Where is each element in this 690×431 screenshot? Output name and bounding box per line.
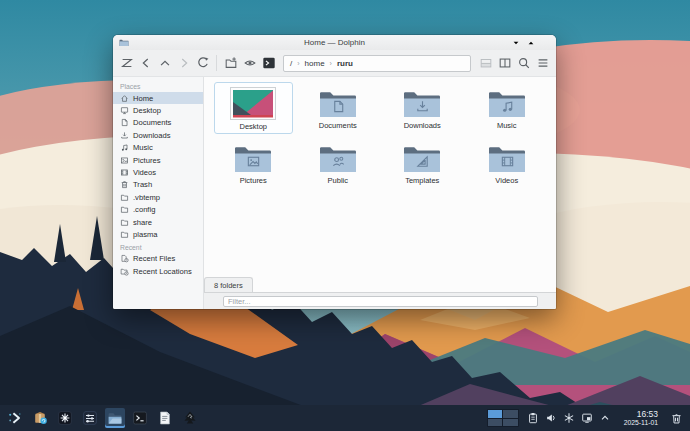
- sidebar-item-downloads[interactable]: Downloads: [113, 129, 203, 141]
- expand-tray-icon[interactable]: [599, 412, 612, 425]
- folder-icon: [120, 218, 129, 227]
- filter-close-icon[interactable]: [542, 297, 551, 306]
- sidebar-item-label: Recent Locations: [133, 267, 192, 276]
- sidebar-item-plasma[interactable]: plasma: [113, 228, 203, 240]
- taskbar-app-inkscape[interactable]: [180, 408, 200, 428]
- inkscape-icon: [182, 410, 198, 426]
- breadcrumb-separator: ›: [297, 60, 299, 67]
- search-button[interactable]: [515, 55, 532, 72]
- breadcrumb-item-ruru[interactable]: ruru: [337, 59, 353, 68]
- open-terminal-button[interactable]: [260, 55, 277, 72]
- pager-desktop-1[interactable]: [488, 410, 503, 418]
- sidebar-item-home[interactable]: Home: [113, 92, 203, 104]
- view-mode-button[interactable]: [496, 55, 513, 72]
- folder-label: Downloads: [404, 121, 441, 130]
- clipboard-tray-icon[interactable]: [527, 412, 540, 425]
- star-tray-icon[interactable]: [563, 412, 576, 425]
- maximize-button[interactable]: [527, 39, 535, 47]
- sidebar-item-videos[interactable]: Videos: [113, 166, 203, 178]
- sidebar-item-desktop[interactable]: Desktop: [113, 104, 203, 116]
- places-panel: PlacesHomeDesktopDocumentsDownloadsMusic…: [113, 77, 204, 309]
- pager-desktop-4[interactable]: [503, 419, 518, 427]
- preview-button[interactable]: [241, 55, 258, 72]
- folder-label: Public: [328, 176, 348, 185]
- pager-desktop-3[interactable]: [488, 419, 503, 427]
- folder-item-templates[interactable]: Templates: [383, 137, 462, 188]
- sidebar-item-music[interactable]: Music: [113, 142, 203, 154]
- up-button[interactable]: [156, 55, 173, 72]
- toolbar-separator: [216, 55, 217, 71]
- refresh-button[interactable]: [194, 55, 211, 72]
- taskbar-app-sparkle-app[interactable]: [55, 408, 75, 428]
- folder-label: Videos: [495, 176, 518, 185]
- volume-tray-icon[interactable]: [545, 412, 558, 425]
- document-folder-icon: [318, 87, 358, 119]
- video-icon: [120, 168, 129, 177]
- view-mode-icon: [498, 56, 512, 70]
- sidebar-item-documents[interactable]: Documents: [113, 117, 203, 129]
- taskbar-app-app-launcher[interactable]: [5, 408, 25, 428]
- clock-time: 16:53: [624, 410, 658, 419]
- digital-clock[interactable]: 16:53 2025-11-01: [624, 410, 658, 426]
- forward-button: [175, 55, 192, 72]
- folder-item-public[interactable]: Public: [299, 137, 378, 188]
- window-controls: [512, 39, 550, 47]
- sidebar-item-vbtemp[interactable]: .vbtemp: [113, 191, 203, 203]
- video-folder-icon: [487, 142, 527, 174]
- folder-label: Templates: [405, 176, 439, 185]
- sort-menu-icon: [120, 56, 134, 70]
- sidebar-item-label: share: [133, 218, 152, 227]
- folder-label: Desktop: [239, 122, 267, 131]
- taskbar-app-text-editor[interactable]: [155, 408, 175, 428]
- system-settings-icon: [82, 410, 98, 426]
- sidebar-item-share[interactable]: share: [113, 216, 203, 228]
- taskbar-app-dolphin[interactable]: [105, 408, 125, 428]
- sidebar-item-trash[interactable]: Trash: [113, 179, 203, 191]
- sidebar-item-recent-files[interactable]: Recent Files: [113, 253, 203, 265]
- taskbar-app-package-manager[interactable]: [30, 408, 50, 428]
- image-icon: [120, 156, 129, 165]
- taskbar-app-system-settings[interactable]: [80, 408, 100, 428]
- sidebar-item-label: .vbtemp: [133, 193, 160, 202]
- trash-icon: [670, 412, 683, 425]
- clock-date: 2025-11-01: [624, 419, 658, 426]
- breadcrumb-item-root[interactable]: /: [290, 59, 292, 68]
- sidebar-item-label: Home: [133, 94, 153, 103]
- sidebar-section-header: Places: [113, 80, 203, 92]
- up-icon: [158, 56, 172, 70]
- folder-item-pictures[interactable]: Pictures: [214, 137, 293, 188]
- minimize-button[interactable]: [512, 39, 520, 47]
- folder-item-videos[interactable]: Videos: [468, 137, 547, 188]
- sidebar-item-config[interactable]: .config: [113, 204, 203, 216]
- window-titlebar[interactable]: Home — Dolphin: [113, 35, 556, 50]
- sidebar-item-recent-locations[interactable]: Recent Locations: [113, 265, 203, 277]
- sidebar-item-label: Recent Files: [133, 254, 175, 263]
- folder-label: Pictures: [240, 176, 267, 185]
- taskbar-trash[interactable]: [667, 409, 685, 427]
- breadcrumb[interactable]: /›home›ruru: [283, 55, 471, 72]
- note-folder-icon: [487, 87, 527, 119]
- sort-menu-button[interactable]: [118, 55, 135, 72]
- sidebar-item-label: .config: [133, 205, 155, 214]
- breadcrumb-item-home[interactable]: home: [305, 59, 325, 68]
- folder-item-documents[interactable]: Documents: [299, 82, 378, 134]
- display-tray-icon[interactable]: [581, 412, 594, 425]
- filter-input[interactable]: [223, 296, 538, 307]
- folder-item-music[interactable]: Music: [468, 82, 547, 134]
- download-folder-icon: [402, 87, 442, 119]
- sidebar-item-pictures[interactable]: Pictures: [113, 154, 203, 166]
- folder-item-downloads[interactable]: Downloads: [383, 82, 462, 134]
- create-folder-button[interactable]: [222, 55, 239, 72]
- sidebar-item-label: plasma: [133, 230, 157, 239]
- hamburger-menu-button[interactable]: [534, 55, 551, 72]
- virtual-desktop-pager[interactable]: [487, 409, 519, 427]
- close-button[interactable]: [542, 39, 550, 47]
- folder-item-desktop[interactable]: Desktop: [214, 82, 293, 134]
- pager-desktop-2[interactable]: [503, 410, 518, 418]
- dolphin-window: Home — Dolphin /›home›ruru PlacesHomeDes…: [113, 35, 556, 309]
- folder-grid: DesktopDocumentsDownloadsMusicPicturesPu…: [204, 77, 556, 277]
- text-editor-icon: [157, 410, 173, 426]
- trash-icon: [120, 180, 129, 189]
- taskbar-app-konsole[interactable]: [130, 408, 150, 428]
- back-button[interactable]: [137, 55, 154, 72]
